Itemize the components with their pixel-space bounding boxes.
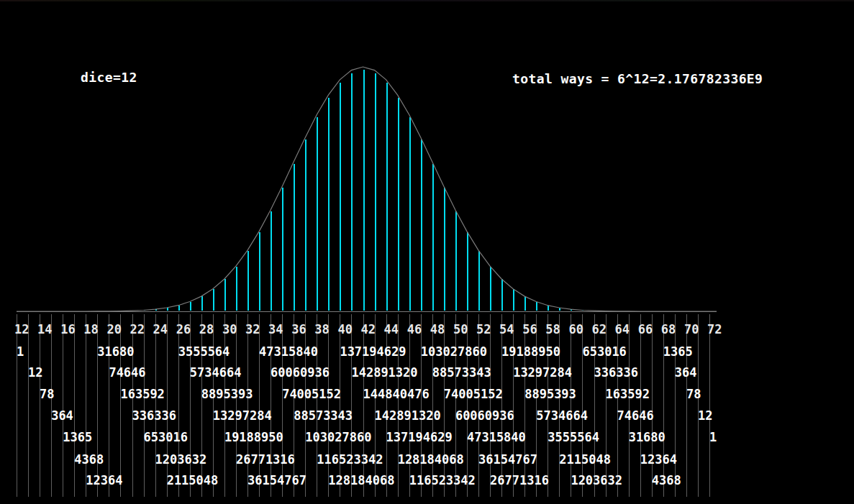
ways-value: 3555564: [178, 344, 230, 359]
ways-value: 128184068: [398, 452, 464, 467]
ways-value: 1: [17, 344, 24, 359]
ways-value: 12: [28, 365, 42, 380]
x-tick-label: 68: [661, 322, 676, 336]
ways-value: 1203632: [571, 473, 622, 487]
ways-value: 13297284: [513, 365, 572, 380]
ways-value: 78: [40, 387, 54, 401]
ways-value: 74646: [109, 365, 145, 380]
x-tick-label: 64: [615, 322, 630, 336]
x-tick-label: 12: [14, 322, 29, 336]
ways-value: 144840476: [363, 387, 430, 401]
ways-value: 31680: [97, 344, 134, 359]
x-tick-label: 50: [453, 322, 468, 336]
x-tick-label: 44: [384, 322, 399, 336]
x-tick-label: 26: [176, 322, 191, 336]
x-tick-label: 38: [314, 322, 329, 336]
dice-distribution-chart: dice=12 total ways = 6^12=2.176782336E9 …: [0, 0, 854, 504]
x-tick-label: 22: [130, 322, 145, 336]
ways-value: 364: [51, 408, 73, 423]
ways-value: 74005152: [282, 387, 341, 401]
x-tick-label: 20: [106, 322, 121, 336]
ways-value: 12364: [640, 452, 677, 467]
x-tick-label: 28: [199, 322, 214, 336]
x-tick-label: 60: [568, 322, 583, 336]
x-tick-label: 58: [545, 322, 560, 336]
ways-value: 19188950: [224, 430, 283, 444]
ways-value: 103027860: [305, 430, 371, 444]
grid-lines: [17, 314, 710, 497]
ways-value: 47315840: [259, 344, 318, 359]
ways-value: 12: [698, 408, 712, 423]
ways-value: 1365: [63, 430, 92, 444]
ways-value: 26771316: [490, 473, 549, 487]
ways-value: 142891320: [375, 408, 441, 423]
ways-value: 60060936: [455, 408, 514, 423]
x-tick-label: 14: [37, 322, 52, 336]
x-tick-label: 62: [592, 322, 607, 336]
x-tick-label: 66: [638, 322, 653, 336]
ways-value: 13297284: [213, 408, 272, 423]
ways-value: 3555564: [548, 430, 599, 444]
ways-value: 116523342: [409, 473, 476, 487]
ways-value: 163592: [606, 387, 650, 401]
ways-value: 336336: [594, 365, 638, 380]
x-tick-label: 30: [222, 322, 237, 336]
x-tick-label: 24: [153, 322, 168, 336]
ways-value: 5734664: [536, 408, 588, 423]
ways-value: 364: [675, 365, 697, 380]
ways-value: 653016: [582, 344, 626, 359]
ways-value: 36154767: [247, 473, 306, 487]
ways-value: 1365: [663, 344, 693, 359]
ways-value: 5734664: [190, 365, 242, 380]
ways-value: 26771316: [236, 452, 295, 467]
distribution-bars: [145, 70, 583, 311]
x-tick-label: 42: [361, 322, 376, 336]
x-tick-label: 52: [476, 322, 491, 336]
ways-value: 1: [709, 430, 717, 444]
x-tick-label: 46: [407, 322, 422, 336]
ways-value: 8895393: [524, 387, 576, 401]
ways-value: 1203632: [155, 452, 207, 467]
x-tick-label: 32: [245, 322, 260, 336]
ways-value: 74646: [617, 408, 654, 423]
x-tick-label: 54: [499, 322, 514, 336]
ways-value: 12364: [86, 473, 122, 487]
x-tick-label: 40: [337, 322, 352, 336]
ways-value: 8895393: [201, 387, 253, 401]
ways-value: 103027860: [421, 344, 487, 359]
ways-value: 4368: [652, 473, 681, 487]
ways-value: 36154767: [478, 452, 537, 467]
x-tick-label: 56: [522, 322, 537, 336]
ways-value: 19188950: [501, 344, 560, 359]
distribution-curve: [17, 67, 717, 311]
x-tick-label: 36: [291, 322, 306, 336]
ways-value: 336336: [132, 408, 176, 423]
x-tick-label: 18: [83, 322, 98, 336]
ways-value: 78: [686, 387, 701, 401]
ways-value: 31680: [629, 430, 666, 444]
ways-value: 60060936: [271, 365, 330, 380]
x-tick-label: 48: [430, 322, 445, 336]
ways-value: 88573343: [432, 365, 491, 380]
ways-value: 137194629: [340, 344, 406, 359]
ways-value: 88573343: [294, 408, 353, 423]
ways-value: 47315840: [467, 430, 526, 444]
x-tick-label: 70: [684, 322, 699, 336]
x-tick-label: 72: [707, 322, 722, 336]
ways-value: 4368: [74, 452, 104, 467]
distribution-plot: [0, 0, 854, 504]
ways-value: 142891320: [351, 365, 417, 380]
ways-value: 163592: [120, 387, 164, 401]
x-tick-label: 16: [60, 322, 75, 336]
ways-value: 128184068: [328, 473, 394, 487]
ways-value: 137194629: [386, 430, 453, 444]
ways-value: 2115048: [559, 452, 611, 467]
x-tick-label: 34: [268, 322, 283, 336]
ways-value: 2115048: [167, 473, 219, 487]
ways-value: 116523342: [317, 452, 383, 467]
ways-value: 653016: [144, 430, 188, 444]
ways-value: 74005152: [444, 387, 503, 401]
